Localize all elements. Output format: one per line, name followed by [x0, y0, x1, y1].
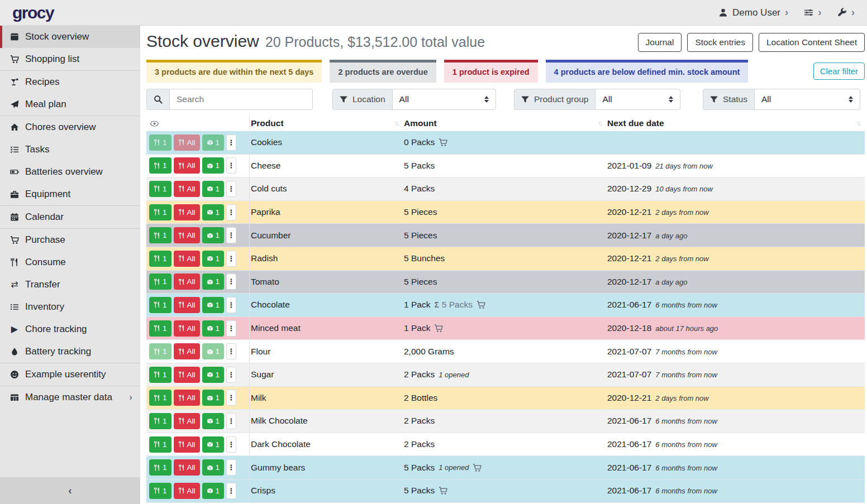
- consume-one-button[interactable]: 1: [149, 273, 172, 290]
- column-header-next-due-date[interactable]: Next due date↑↓: [606, 118, 865, 128]
- row-menu-button[interactable]: ⋮: [226, 251, 236, 267]
- product-name-cell[interactable]: Milk: [250, 393, 403, 403]
- sidebar-item-batteries-overview[interactable]: Batteries overview: [0, 161, 140, 183]
- open-one-button[interactable]: 1: [202, 297, 225, 313]
- consume-one-button[interactable]: 1: [149, 297, 172, 313]
- consume-all-button[interactable]: All: [174, 367, 200, 383]
- product-name-cell[interactable]: Cookies: [250, 137, 403, 147]
- consume-one-button[interactable]: 1: [149, 483, 172, 499]
- open-one-button[interactable]: 1: [202, 413, 225, 429]
- search-input[interactable]: [170, 89, 313, 110]
- row-menu-button[interactable]: ⋮: [226, 320, 236, 337]
- column-header-product[interactable]: Product↑↓: [250, 118, 403, 128]
- banner-warning[interactable]: 3 products are due within the next 5 day…: [146, 60, 322, 83]
- sidebar-item-inventory[interactable]: Inventory: [0, 296, 140, 318]
- consume-one-button[interactable]: 1: [149, 135, 172, 151]
- row-menu-button[interactable]: ⋮: [226, 181, 236, 197]
- row-menu-button[interactable]: ⋮: [226, 273, 236, 290]
- consume-one-button[interactable]: 1: [149, 413, 172, 429]
- consume-one-button[interactable]: 1: [149, 320, 172, 337]
- open-one-button[interactable]: 1: [202, 251, 225, 267]
- consume-all-button[interactable]: All: [174, 390, 200, 406]
- consume-all-button[interactable]: All: [174, 135, 200, 151]
- open-one-button[interactable]: 1: [202, 227, 225, 243]
- sidebar-item-calendar[interactable]: Calendar: [0, 206, 140, 228]
- consume-all-button[interactable]: All: [174, 157, 200, 174]
- row-menu-button[interactable]: ⋮: [226, 343, 236, 359]
- product-name-cell[interactable]: Gummy bears: [250, 463, 403, 473]
- product-name-cell[interactable]: Tomato: [250, 277, 403, 287]
- row-menu-button[interactable]: ⋮: [226, 436, 236, 453]
- consume-one-button[interactable]: 1: [149, 343, 172, 359]
- open-one-button[interactable]: 1: [202, 204, 225, 220]
- consume-all-button[interactable]: All: [174, 343, 200, 359]
- product-name-cell[interactable]: Flour: [250, 347, 403, 357]
- consume-one-button[interactable]: 1: [149, 390, 172, 406]
- product-name-cell[interactable]: Cucumber: [250, 231, 403, 241]
- consume-all-button[interactable]: All: [174, 459, 200, 476]
- consume-one-button[interactable]: 1: [149, 204, 172, 220]
- open-one-button[interactable]: 1: [202, 483, 225, 499]
- consume-one-button[interactable]: 1: [149, 459, 172, 476]
- product-name-cell[interactable]: Minced meat: [250, 323, 403, 333]
- sidebar-item-recipes[interactable]: Recipes: [0, 71, 140, 93]
- consume-all-button[interactable]: All: [174, 251, 200, 267]
- open-one-button[interactable]: 1: [202, 273, 225, 290]
- row-menu-button[interactable]: ⋮: [226, 135, 236, 151]
- consume-all-button[interactable]: All: [174, 273, 200, 290]
- sidebar-item-tasks[interactable]: Tasks: [0, 138, 140, 161]
- sidebar-item-purchase[interactable]: Purchase: [0, 229, 140, 251]
- row-menu-button[interactable]: ⋮: [226, 483, 236, 499]
- journal-button[interactable]: Journal: [638, 33, 682, 52]
- consume-all-button[interactable]: All: [174, 320, 200, 337]
- row-menu-button[interactable]: ⋮: [226, 227, 236, 243]
- banner-danger[interactable]: 1 product is expired: [444, 60, 538, 83]
- user-menu[interactable]: Demo User ›: [718, 7, 788, 18]
- location-filter-select[interactable]: All: [393, 89, 496, 110]
- banner-primary[interactable]: 4 products are below defined min. stock …: [546, 60, 749, 83]
- stock-entries-button[interactable]: Stock entries: [687, 33, 753, 52]
- row-menu-button[interactable]: ⋮: [226, 459, 236, 476]
- product-name-cell[interactable]: Crisps: [250, 486, 403, 496]
- sidebar-item-shopping-list[interactable]: Shopping list: [0, 48, 140, 70]
- banner-secondary[interactable]: 2 products are overdue: [330, 60, 436, 83]
- sidebar-item-consume[interactable]: Consume: [0, 251, 140, 273]
- consume-all-button[interactable]: All: [174, 436, 200, 453]
- product-name-cell[interactable]: Sugar: [250, 369, 403, 380]
- open-one-button[interactable]: 1: [202, 390, 225, 406]
- open-one-button[interactable]: 1: [202, 436, 225, 453]
- consume-one-button[interactable]: 1: [149, 181, 172, 197]
- status-filter-select[interactable]: All: [755, 89, 860, 110]
- location-content-sheet-button[interactable]: Location Content Sheet: [759, 33, 865, 52]
- sidebar-item-manage-master-data[interactable]: Manage master data›: [0, 386, 140, 409]
- consume-all-button[interactable]: All: [174, 227, 200, 243]
- product-name-cell[interactable]: Radish: [250, 253, 403, 263]
- sidebar-item-example-userentity[interactable]: Example userentity: [0, 363, 140, 386]
- row-menu-button[interactable]: ⋮: [226, 204, 236, 220]
- admin-menu[interactable]: ›: [837, 7, 855, 18]
- product-name-cell[interactable]: Milk Chocolate: [250, 416, 403, 426]
- row-menu-button[interactable]: ⋮: [226, 413, 236, 429]
- consume-all-button[interactable]: All: [174, 181, 200, 197]
- consume-one-button[interactable]: 1: [149, 251, 172, 267]
- sidebar-item-meal-plan[interactable]: Meal plan: [0, 93, 140, 116]
- settings-menu[interactable]: ›: [804, 7, 821, 18]
- open-one-button[interactable]: 1: [202, 343, 225, 359]
- consume-all-button[interactable]: All: [174, 297, 200, 313]
- column-header-amount[interactable]: Amount↑↓: [403, 118, 606, 128]
- consume-one-button[interactable]: 1: [149, 157, 172, 174]
- sidebar-item-battery-tracking[interactable]: Battery tracking: [0, 340, 140, 363]
- product-name-cell[interactable]: Cold cuts: [250, 184, 403, 194]
- sidebar-item-chore-tracking[interactable]: ▶Chore tracking: [0, 318, 140, 340]
- open-one-button[interactable]: 1: [202, 367, 225, 383]
- sidebar-item-transfer[interactable]: ⇄Transfer: [0, 273, 140, 296]
- consume-one-button[interactable]: 1: [149, 227, 172, 243]
- product-name-cell[interactable]: Paprika: [250, 207, 403, 217]
- product-name-cell[interactable]: Chocolate: [250, 300, 403, 310]
- open-one-button[interactable]: 1: [202, 181, 225, 197]
- open-one-button[interactable]: 1: [202, 459, 225, 476]
- open-one-button[interactable]: 1: [202, 157, 225, 174]
- sidebar-collapse-button[interactable]: ‹: [0, 477, 140, 504]
- row-menu-button[interactable]: ⋮: [226, 390, 236, 406]
- consume-all-button[interactable]: All: [174, 483, 200, 499]
